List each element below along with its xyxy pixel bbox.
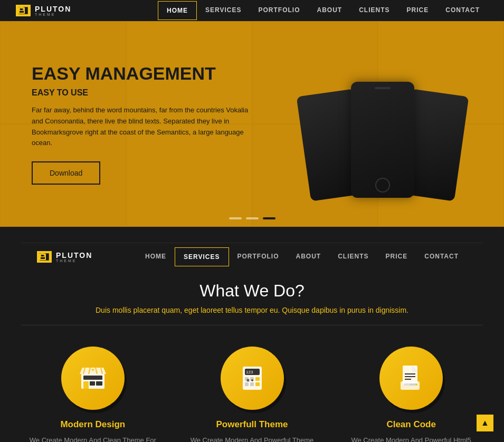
service-icon-design — [61, 347, 125, 410]
svg-point-11 — [92, 369, 94, 371]
hero-title: EASY MANAGEMENT — [32, 63, 259, 84]
nav2-item-home[interactable]: HOME — [137, 247, 175, 266]
hero-section: EASY MANAGEMENT EASY TO USE Far far away… — [0, 21, 504, 227]
dot-3-active[interactable] — [263, 217, 275, 219]
hero-description: Far far away, behind the word mountains,… — [32, 105, 259, 149]
hero-text: EASY MANAGEMENT EASY TO USE Far far away… — [32, 63, 259, 185]
nav-item-home[interactable]: HOME — [158, 1, 197, 20]
nav2-item-about[interactable]: ABOUT — [288, 247, 330, 266]
logo-icon — [16, 5, 31, 16]
svg-point-38 — [410, 383, 412, 386]
nav2-item-services[interactable]: SERVICES — [175, 247, 229, 266]
svg-rect-22 — [245, 382, 249, 386]
service-card-code: Clean Code We Create Modern And Powerful… — [339, 341, 483, 442]
dot-1[interactable] — [229, 217, 242, 219]
store-icon — [77, 362, 109, 394]
service-icon-theme: 123 — [221, 347, 284, 410]
services-subtext: Duis mollis placerat quam, eget laoreet … — [21, 306, 483, 314]
services-title: What We Do? — [21, 281, 483, 301]
nav-links: HOME SERVICES PORTFOLIO ABOUT CLIENTS PR… — [158, 1, 488, 20]
second-nav: PLUTON THEME HOME SERVICES PORTFOLIO ABO… — [21, 243, 483, 271]
logo-text-2: PLUTON THEME — [56, 252, 92, 263]
services-heading: What We Do? — [21, 281, 483, 301]
nav2-item-price[interactable]: PRICE — [377, 247, 416, 266]
nav-item-contact[interactable]: CONTACT — [437, 1, 488, 20]
svg-rect-6 — [83, 381, 89, 389]
hero-dots — [229, 217, 275, 219]
svg-rect-2 — [39, 253, 50, 261]
svg-rect-0 — [18, 6, 28, 15]
svg-rect-8 — [96, 381, 102, 386]
nav-item-portfolio[interactable]: PORTFOLIO — [250, 1, 309, 20]
svg-point-36 — [415, 383, 417, 386]
service-desc-theme: We Create Modern And Powerful Theme With… — [186, 435, 319, 442]
svg-rect-1 — [20, 7, 23, 11]
service-title-code: Clean Code — [345, 419, 478, 430]
phone-main — [351, 82, 414, 198]
nav-item-clients[interactable]: CLIENTS — [350, 1, 398, 20]
svg-rect-24 — [255, 382, 260, 386]
hero-subtitle: EASY TO USE — [32, 88, 259, 98]
top-nav: PLUTON THEME HOME SERVICES PORTFOLIO ABO… — [0, 0, 504, 21]
nav2-item-contact[interactable]: CONTACT — [416, 247, 467, 266]
logo[interactable]: PLUTON THEME — [16, 5, 71, 16]
service-icon-code — [379, 347, 443, 410]
download-button[interactable]: Download — [32, 161, 100, 185]
svg-point-37 — [413, 383, 415, 386]
nav-item-about[interactable]: ABOUT — [309, 1, 351, 20]
service-card-design: Modern Design We Create Modern And Clean… — [21, 341, 165, 442]
service-desc-design: We Create Modern And Clean Theme For You… — [26, 435, 159, 442]
svg-text:123: 123 — [246, 370, 253, 374]
service-desc-code: We Create Modern And Powerful Html5 And … — [345, 435, 478, 442]
brand-sub: THEME — [35, 13, 71, 16]
services-cards: Modern Design We Create Modern And Clean… — [21, 341, 483, 442]
svg-rect-23 — [250, 382, 254, 386]
services-divider — [21, 325, 483, 325]
calculator-icon: 123 — [236, 362, 268, 394]
hero-phones — [293, 45, 472, 203]
service-title-theme: Powerfull Theme — [186, 419, 319, 430]
nav-item-price[interactable]: PRICE — [398, 1, 438, 20]
document-icon — [395, 362, 427, 394]
nav2-item-portfolio[interactable]: PORTFOLIO — [229, 247, 288, 266]
svg-rect-10 — [81, 373, 104, 375]
scroll-up-arrow: ▲ — [481, 418, 489, 428]
services-section: PLUTON THEME HOME SERVICES PORTFOLIO ABO… — [0, 227, 504, 442]
svg-rect-7 — [90, 381, 95, 386]
logo-text: PLUTON THEME — [35, 5, 71, 16]
svg-rect-21 — [255, 377, 260, 381]
nav2-item-clients[interactable]: CLIENTS — [329, 247, 377, 266]
service-title-design: Modern Design — [26, 419, 159, 430]
brand-name: PLUTON — [35, 5, 71, 13]
svg-rect-3 — [41, 254, 44, 257]
brand-sub-2: THEME — [56, 259, 92, 263]
logo-2[interactable]: PLUTON THEME — [37, 251, 92, 263]
scroll-up-button[interactable]: ▲ — [477, 415, 493, 431]
nav-links-2: HOME SERVICES PORTFOLIO ABOUT CLIENTS PR… — [137, 247, 467, 266]
service-card-theme: 123 Powerfull Theme We Create Modern And — [180, 341, 324, 442]
logo-icon-2 — [37, 251, 52, 263]
nav-item-services[interactable]: SERVICES — [197, 1, 250, 20]
hero-content: EASY MANAGEMENT EASY TO USE Far far away… — [0, 21, 504, 227]
brand-name-2: PLUTON — [56, 252, 92, 259]
dot-2[interactable] — [246, 217, 259, 219]
svg-rect-5 — [83, 376, 102, 380]
